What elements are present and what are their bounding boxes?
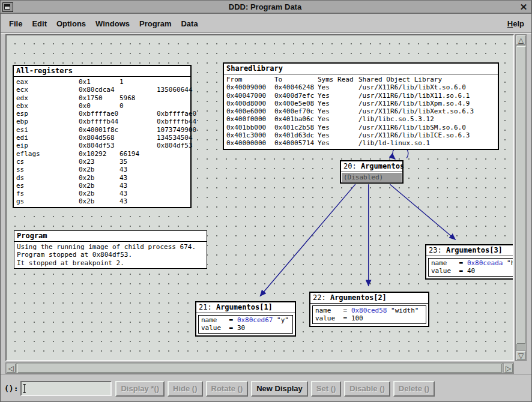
register-row: edx0x17505968 — [16, 94, 188, 102]
argument-input[interactable] — [20, 381, 112, 396]
menu-item[interactable]: Program — [139, 19, 171, 28]
sharedlibrary-display[interactable]: Sharedlibrary FromToSyms ReadShared Obje… — [223, 62, 499, 150]
register-row: eax0x11 — [16, 78, 188, 86]
scroll-right-icon[interactable]: ▷ — [503, 363, 513, 373]
register-row: esp0xbffffae00xbffffae0 — [16, 110, 188, 118]
register-row: gs0x2b43 — [16, 197, 188, 205]
library-row: 0x400090000x40046248Yes/usr/X11R6/lib/li… — [226, 83, 495, 91]
register-row: ds0x2b43 — [16, 174, 188, 182]
register-row: cs0x2335 — [16, 158, 188, 166]
node-23-value-box: name = 0x80ceada "h value = 40 — [428, 258, 514, 277]
vertical-scrollbar[interactable]: △ ▽ — [515, 34, 527, 361]
window-title: DDD: Program Data — [13, 2, 517, 11]
data-display-canvas[interactable]: All-registers eax0x11 ecx0x80cdca4135060… — [5, 34, 514, 361]
node-22-value-box: name = 0x80ced58 "width" value = 100 — [312, 305, 426, 324]
register-row: edi0x804d568134534504 — [16, 134, 188, 142]
scroll-up-icon[interactable]: △ — [516, 35, 526, 45]
display-node-22-argumentos2[interactable]: 22: Argumentos[2] name = 0x80ced58 "widt… — [309, 292, 429, 327]
horizontal-scrollbar[interactable]: ◁ ▷ — [5, 362, 514, 374]
struct-field: name = 0x80ceada "h — [431, 259, 514, 267]
sharedlibrary-title: Sharedlibrary — [224, 64, 498, 74]
node-22-title: 22: Argumentos[2] — [310, 293, 428, 304]
all-registers-title: All-registers — [14, 66, 190, 77]
all-registers-display[interactable]: All-registers eax0x11 ecx0x80cdca4135060… — [13, 65, 192, 208]
menu-bar: FileEditOptionsWindowsProgramData Help — [1, 14, 531, 32]
register-row: esi0x40001f8c1073749900 — [16, 126, 188, 134]
struct-field: value = 40 — [431, 267, 514, 275]
display-button[interactable]: Display *() — [115, 381, 165, 397]
arrow-20-to-23 — [390, 184, 455, 239]
menu-item[interactable]: Windows — [95, 19, 130, 28]
program-display[interactable]: Program Using the running image of child… — [14, 230, 207, 269]
main-area: All-registers eax0x11 ecx0x80cdca4135060… — [1, 34, 532, 374]
register-row: es0x2b43 — [16, 182, 188, 190]
display-node-20-argumentos[interactable]: 20: Argumentos (Disabled) — [340, 160, 404, 184]
scroll-left-icon[interactable]: ◁ — [6, 363, 16, 373]
hide-button[interactable]: Hide () — [168, 381, 202, 397]
window-menu-icon[interactable] — [2, 2, 13, 12]
node-21-title: 21: Argumentos[1] — [196, 302, 295, 313]
rotate-button[interactable]: Rotate () — [206, 381, 249, 397]
set-button[interactable]: Set () — [311, 381, 342, 397]
library-row: 0x400d80000x400e5e08Yes/usr/X11R6/lib/li… — [226, 100, 495, 107]
program-status-line: Program stopped at 0x804df53. — [17, 251, 204, 259]
library-row: 0x400e60000x400ef70cYes/usr/X11R6/lib/li… — [226, 107, 495, 115]
register-row: eflags0x1029266194 — [16, 150, 188, 158]
close-icon[interactable]: ✕ — [517, 2, 530, 13]
program-title: Program — [14, 231, 207, 242]
register-row: eip0x804df530x804df53 — [16, 142, 188, 149]
horizontal-scrollbar-thumb[interactable] — [17, 364, 502, 373]
new-display-button[interactable]: New Display — [251, 381, 308, 397]
menu-item[interactable]: Edit — [32, 19, 47, 28]
register-row: ebp0xbffffb440xbffffb44 — [16, 118, 188, 125]
register-row: ebx0x00 — [16, 102, 188, 110]
menu-item[interactable]: Options — [56, 19, 86, 28]
library-row: 0x400000000x40005714Yes/lib/ld-linux.so.… — [226, 139, 495, 147]
scroll-down-icon[interactable]: ▽ — [516, 350, 526, 361]
text-caret — [24, 384, 25, 393]
register-row: ss0x2b43 — [16, 166, 188, 173]
node-23-title: 23: Argumentos[3] — [426, 245, 514, 256]
menu-item[interactable]: Data — [181, 19, 198, 28]
node-20-title: 20: Argumentos — [341, 161, 402, 172]
sharedlibrary-header: FromToSyms ReadShared Object Library — [226, 76, 495, 83]
vertical-scrollbar-thumb[interactable] — [516, 46, 525, 344]
program-status-line: Using the running image of child process… — [17, 243, 204, 251]
title-bar[interactable]: DDD: Program Data ✕ — [1, 1, 531, 14]
struct-field: name = 0x80ced58 "width" — [315, 307, 423, 314]
display-node-21-argumentos1[interactable]: 21: Argumentos[1] name = 0x80ced67 "y" v… — [195, 301, 296, 337]
node-21-value-box: name = 0x80ced67 "y" value = 30 — [198, 315, 293, 334]
library-row: 0x401bb0000x401c2b58Yes/usr/X11R6/lib/li… — [226, 124, 495, 131]
struct-field: name = 0x80ced67 "y" — [201, 316, 290, 324]
argument-label: (): — [4, 384, 18, 393]
display-buttons-row: Display *()Hide ()Rotate ()New DisplaySe… — [115, 381, 435, 397]
argument-toolbar: (): Display *()Hide ()Rotate ()New Displ… — [1, 374, 531, 402]
arrow-20-to-21 — [260, 184, 355, 296]
struct-field: value = 30 — [201, 324, 290, 332]
struct-field: value = 100 — [315, 314, 423, 322]
menu-item-help[interactable]: Help — [507, 19, 524, 28]
ddd-program-data-window: DDD: Program Data ✕ FileEditOptionsWindo… — [0, 0, 532, 402]
node-20-disabled-badge: (Disabled) — [342, 173, 402, 182]
library-row: 0x401c30000x401d63dcYes/usr/X11R6/lib/li… — [226, 131, 495, 139]
program-status-line: It stopped at breakpoint 2. — [17, 259, 204, 267]
register-row: fs0x2b43 — [16, 190, 188, 197]
menu-item[interactable]: File — [9, 19, 22, 28]
display-node-23-argumentos3[interactable]: 23: Argumentos[3] name = 0x80ceada "h va… — [425, 244, 514, 280]
register-row: ecx0x80cdca4135060644 — [16, 86, 188, 94]
library-row: 0x400f00000x401ba06cYes/lib/libc.so.5.3.… — [226, 115, 495, 123]
library-row: 0x400470000x400d7efcYes/usr/X11R6/lib/li… — [226, 92, 495, 100]
disable-button[interactable]: Disable () — [344, 381, 390, 397]
delete-button[interactable]: Delete () — [393, 381, 435, 397]
